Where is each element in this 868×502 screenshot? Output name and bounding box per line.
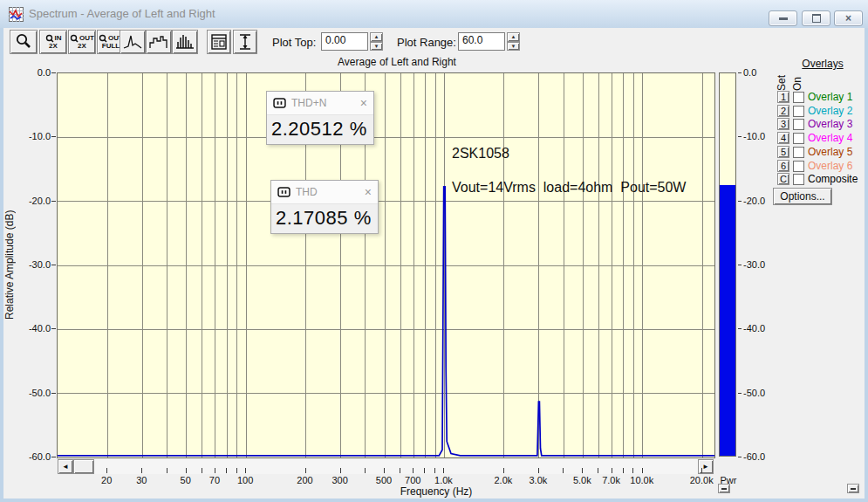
y-tick-mark bbox=[51, 136, 56, 137]
corner-collapse-button[interactable] bbox=[847, 484, 859, 493]
thd-close-icon[interactable]: × bbox=[365, 187, 372, 197]
x-tick-label: 20.0k bbox=[682, 475, 721, 485]
horizontal-scrollbar[interactable]: ◄ ► bbox=[58, 459, 714, 474]
overlay-label-5: Overlay 5 bbox=[808, 146, 852, 158]
y-tick-label-right: -20.0 bbox=[743, 196, 765, 206]
plot-area[interactable] bbox=[57, 72, 715, 458]
thd-meter-window[interactable]: THD × 2.17085 % bbox=[270, 180, 379, 234]
x-tick-mark bbox=[642, 468, 643, 473]
x-tick-mark bbox=[612, 468, 612, 473]
overlay-set-button-C[interactable]: C bbox=[777, 173, 789, 185]
scroll-left-icon: ◄ bbox=[62, 463, 69, 471]
overlay-options-button[interactable]: Options... bbox=[773, 188, 832, 205]
x-tick-mark bbox=[167, 468, 167, 473]
bar-spectrum-view-button[interactable] bbox=[172, 30, 198, 54]
overlay-label-6: Overlay 6 bbox=[808, 160, 852, 172]
plot-range-input[interactable]: 60.0 bbox=[458, 32, 505, 51]
x-tick-mark bbox=[141, 468, 142, 473]
close-icon: × bbox=[845, 14, 851, 23]
thd-title-bar[interactable]: THD × bbox=[271, 181, 378, 204]
dash-icon bbox=[721, 488, 727, 490]
overlay-set-button-6[interactable]: 6 bbox=[777, 160, 789, 172]
x-tick-mark bbox=[623, 468, 624, 473]
overlay-set-button-2[interactable]: 2 bbox=[777, 105, 789, 117]
scroll-right-button[interactable]: ► bbox=[698, 459, 714, 474]
overlay-on-checkbox-6[interactable] bbox=[793, 161, 804, 172]
dash-icon bbox=[851, 488, 856, 490]
overlay-set-button-3[interactable]: 3 bbox=[777, 118, 789, 130]
thdn-title: THD+N bbox=[291, 97, 355, 109]
zoom-out-2x-button[interactable]: OUT 2X bbox=[68, 30, 96, 54]
spin-up-icon[interactable]: ▲ bbox=[370, 32, 383, 42]
overlay-set-button-4[interactable]: 4 bbox=[777, 132, 789, 144]
x-tick-mark bbox=[245, 468, 246, 473]
stepped-spectrum-view-button[interactable] bbox=[146, 30, 172, 54]
x-tick-mark bbox=[538, 468, 539, 473]
spectrum-plot-svg bbox=[58, 73, 714, 457]
x-tick-mark bbox=[226, 468, 227, 473]
overlay-on-checkbox-4[interactable] bbox=[793, 133, 804, 144]
peak-curve-icon bbox=[123, 33, 142, 51]
y-tick-mark bbox=[51, 265, 56, 265]
display-options-button[interactable] bbox=[207, 30, 231, 54]
x-tick-mark bbox=[443, 468, 444, 473]
y-tick-label-left: -10.0 bbox=[14, 131, 51, 141]
y-tick-mark bbox=[51, 201, 56, 202]
power-bar bbox=[719, 72, 736, 457]
spin-down-icon[interactable]: ▼ bbox=[370, 42, 383, 52]
close-button[interactable]: × bbox=[834, 10, 863, 26]
y-tick-label-left: -30.0 bbox=[14, 259, 51, 270]
y-tick-mark bbox=[51, 328, 56, 329]
plot-top-spinner[interactable]: ▲ ▼ bbox=[370, 32, 383, 51]
chart-title: Average of Left and Right bbox=[57, 56, 737, 68]
y-tick-label-right: -40.0 bbox=[743, 323, 765, 334]
thd-value: 2.17085 % bbox=[271, 204, 378, 233]
y-tick-label-right: -30.0 bbox=[743, 259, 765, 270]
plot-top-input[interactable]: 0.00 bbox=[321, 32, 368, 51]
plot-range-spinner[interactable]: ▲ ▼ bbox=[507, 32, 520, 51]
plot-top-label: Plot Top: bbox=[272, 36, 316, 49]
title-bar[interactable]: Spectrum - Average of Left and Right × bbox=[0, 0, 868, 28]
vertical-range-button[interactable] bbox=[233, 30, 257, 54]
spin-up-icon[interactable]: ▲ bbox=[507, 32, 520, 42]
overlays-on-label: On bbox=[791, 70, 803, 91]
overlay-on-checkbox-3[interactable] bbox=[793, 119, 804, 130]
scroll-left-button[interactable]: ◄ bbox=[58, 459, 73, 474]
spectrum-line-view-button[interactable] bbox=[120, 30, 146, 54]
overlay-label-1: Overlay 1 bbox=[808, 91, 852, 103]
overlays-set-label: Set bbox=[776, 66, 788, 91]
zoom-button[interactable] bbox=[10, 30, 38, 54]
y-tick-mark bbox=[738, 393, 742, 394]
x-tick-mark bbox=[106, 468, 107, 473]
zoom-in-2x-button[interactable]: IN 2X bbox=[39, 30, 67, 54]
thdn-close-icon[interactable]: × bbox=[360, 98, 367, 108]
overlays-title: Overlays bbox=[792, 58, 853, 70]
overlay-on-checkbox-2[interactable] bbox=[793, 106, 804, 117]
y-tick-label-right: -10.0 bbox=[743, 131, 765, 141]
plot-range-label: Plot Range: bbox=[397, 36, 456, 49]
x-tick-mark bbox=[598, 468, 598, 473]
minimize-icon bbox=[779, 17, 788, 20]
annotation-conditions: Vout=14Vrms load=4ohm Pout=50W bbox=[452, 180, 686, 196]
minimize-button[interactable] bbox=[769, 10, 797, 26]
overlay-on-checkbox-C[interactable] bbox=[793, 174, 804, 185]
overlay-on-checkbox-1[interactable] bbox=[793, 92, 804, 103]
spin-down-icon[interactable]: ▼ bbox=[507, 42, 520, 52]
thdn-meter-window[interactable]: THD+N × 2.20512 % bbox=[266, 91, 374, 145]
app-icon bbox=[9, 7, 24, 22]
y-tick-mark bbox=[738, 201, 742, 202]
overlay-set-button-1[interactable]: 1 bbox=[777, 91, 789, 103]
y-tick-label-left: -20.0 bbox=[14, 196, 51, 206]
y-tick-label-right: 0.0 bbox=[743, 67, 756, 78]
meter-icon bbox=[273, 98, 286, 108]
thdn-title-bar[interactable]: THD+N × bbox=[267, 92, 373, 115]
overlay-set-button-5[interactable]: 5 bbox=[777, 146, 789, 158]
overlay-on-checkbox-5[interactable] bbox=[793, 147, 804, 158]
x-tick-mark bbox=[582, 468, 583, 473]
restore-button[interactable] bbox=[802, 10, 830, 26]
x-tick-label: 10.0k bbox=[623, 475, 661, 485]
scrollbar-thumb[interactable] bbox=[73, 459, 94, 474]
x-tick-label: 2.0k bbox=[484, 475, 523, 485]
zoom-full-label-bottom: FULL bbox=[102, 43, 120, 50]
histogram-bars-icon bbox=[175, 33, 195, 51]
